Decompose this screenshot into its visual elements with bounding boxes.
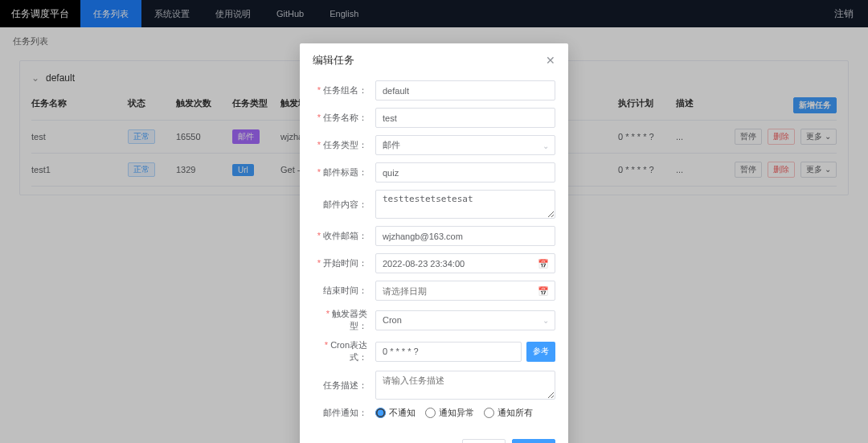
mail-title-input[interactable] — [375, 162, 555, 183]
name-input[interactable] — [375, 108, 555, 128]
dialog-title: 编辑任务 — [313, 53, 354, 68]
label-end: 结束时间： — [313, 285, 375, 297]
label-type: 任务类型： — [313, 139, 375, 151]
label-name: 任务名称： — [313, 112, 375, 124]
label-notify: 邮件通知： — [313, 407, 375, 419]
recipient-input[interactable] — [375, 226, 555, 246]
close-icon[interactable]: ✕ — [546, 54, 555, 67]
edit-task-dialog: 编辑任务 ✕ 任务组名： 任务名称： 任务类型：⌄ 邮件标题： 邮件内容： 收件… — [300, 43, 568, 443]
reference-button[interactable]: 参考 — [526, 342, 555, 362]
calendar-icon: 📅 — [538, 258, 549, 269]
end-time-input[interactable] — [375, 281, 555, 301]
notify-error-radio[interactable]: 通知异常 — [425, 407, 474, 419]
group-input[interactable] — [375, 80, 555, 100]
label-cron: Cron表达式： — [313, 339, 375, 363]
cron-input[interactable] — [375, 342, 522, 362]
chevron-down-icon: ⌄ — [542, 316, 549, 325]
notify-none-radio[interactable]: 不通知 — [375, 407, 416, 419]
modal-overlay: 编辑任务 ✕ 任务组名： 任务名称： 任务类型：⌄ 邮件标题： 邮件内容： 收件… — [0, 0, 868, 443]
confirm-button[interactable]: 确定 — [512, 439, 555, 443]
label-trigger: 触发器类型： — [313, 308, 375, 332]
calendar-icon: 📅 — [538, 285, 549, 296]
start-time-input[interactable] — [375, 253, 555, 273]
label-desc: 任务描述： — [313, 379, 375, 392]
chevron-down-icon: ⌄ — [542, 141, 549, 150]
label-recipient: 收件邮箱： — [313, 230, 375, 242]
label-start: 开始时间： — [313, 257, 375, 269]
desc-textarea[interactable] — [375, 371, 555, 400]
label-mail-content: 邮件内容： — [313, 199, 375, 211]
notify-all-radio[interactable]: 通知所有 — [484, 407, 533, 419]
mail-content-textarea[interactable] — [375, 190, 555, 219]
type-select[interactable] — [375, 135, 555, 155]
label-group: 任务组名： — [313, 84, 375, 96]
trigger-select[interactable] — [375, 310, 555, 330]
cancel-button[interactable]: 取消 — [462, 439, 506, 443]
label-mail-title: 邮件标题： — [313, 166, 375, 178]
